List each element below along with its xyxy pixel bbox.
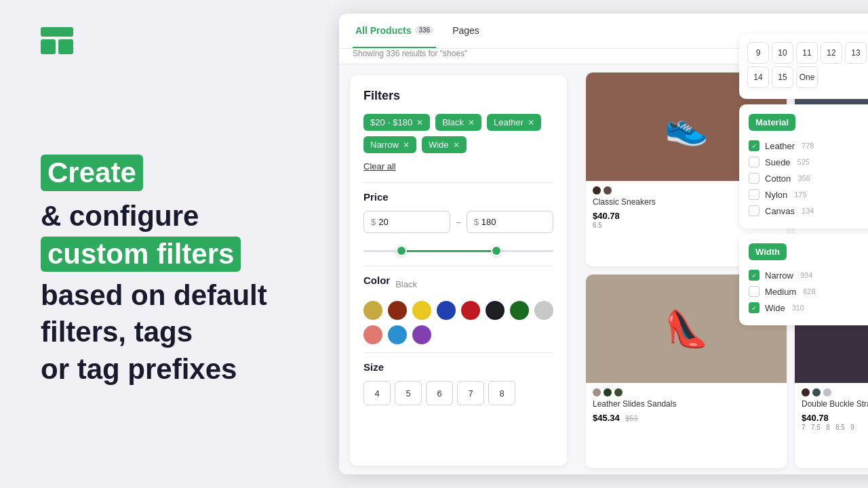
width-option-medium[interactable]: Medium 628: [749, 283, 868, 300]
color-swatch[interactable]: [363, 301, 382, 320]
checkbox-wide[interactable]: ✓: [749, 302, 760, 313]
logo-block: [41, 39, 56, 54]
product-swatches: [593, 388, 780, 396]
option-count: 934: [800, 271, 812, 279]
color-swatch[interactable]: [388, 301, 407, 320]
checkbox-nylon[interactable]: [749, 189, 760, 200]
filter-tag-label: $20 - $180: [370, 117, 412, 127]
close-icon[interactable]: ✕: [453, 140, 460, 150]
color-swatch[interactable]: [412, 301, 431, 320]
pagination-row: 9 10 11 12 13: [747, 42, 868, 64]
product-swatch[interactable]: [593, 388, 601, 396]
page-button[interactable]: 12: [821, 42, 842, 64]
range-thumb-right[interactable]: [491, 245, 502, 256]
price-max-input[interactable]: [481, 217, 546, 227]
color-swatch[interactable]: [510, 301, 529, 320]
filter-tag-leather[interactable]: Leather ✕: [487, 114, 541, 131]
price-min-wrap[interactable]: $: [363, 211, 450, 233]
material-option-suede[interactable]: Suede 525: [749, 154, 868, 170]
checkbox-cotton[interactable]: [749, 173, 760, 184]
product-price: $40.78: [802, 411, 868, 424]
color-header: Color Black: [363, 274, 553, 294]
color-swatch[interactable]: [388, 325, 407, 344]
checkbox-canvas[interactable]: [749, 205, 760, 216]
product-swatch[interactable]: [593, 186, 601, 195]
page-button[interactable]: 15: [772, 66, 793, 88]
tab-badge: 336: [415, 26, 433, 35]
hero-line2-wrap: custom filters: [41, 234, 298, 274]
price-max-wrap[interactable]: $: [467, 211, 553, 233]
price-value: $45.34: [593, 413, 620, 423]
color-swatch[interactable]: [461, 301, 480, 320]
filters-title: Filters: [363, 89, 553, 103]
logo: [41, 27, 73, 54]
logo-icon: [41, 27, 73, 54]
range-fill: [401, 250, 496, 252]
product-swatch[interactable]: [802, 388, 810, 396]
color-selected: Black: [395, 279, 417, 289]
checkbox-medium[interactable]: [749, 286, 760, 297]
color-swatch[interactable]: [363, 325, 382, 344]
page-button[interactable]: 14: [747, 66, 769, 88]
close-icon[interactable]: ✕: [468, 118, 475, 127]
tab-all-products[interactable]: All Products 336: [353, 14, 436, 48]
price-min-input[interactable]: [378, 217, 443, 227]
filter-tag-black[interactable]: Black ✕: [435, 114, 481, 131]
filter-tag-price[interactable]: $20 - $180 ✕: [363, 114, 430, 131]
product-swatch[interactable]: [614, 388, 623, 396]
filter-tags: $20 - $180 ✕ Black ✕ Leather ✕ Narrow ✕: [363, 114, 553, 153]
material-option-cotton[interactable]: Cotton 356: [749, 170, 868, 186]
page-button[interactable]: One: [796, 66, 818, 88]
product-info: Double Buckle Strap Sand... $40.78 7 7.5…: [795, 383, 868, 436]
material-option-nylon[interactable]: Nylon 175: [749, 186, 868, 203]
product-swatch[interactable]: [812, 388, 821, 396]
range-thumb-left[interactable]: [396, 245, 407, 256]
option-count: 778: [802, 142, 814, 150]
option-count: 134: [802, 207, 814, 215]
size-button[interactable]: 5: [395, 381, 422, 405]
left-panel: Create & configure custom filters based …: [0, 0, 326, 488]
size-button[interactable]: 8: [488, 381, 515, 405]
logo-block: [41, 27, 73, 37]
filter-tag-narrow[interactable]: Narrow ✕: [363, 136, 416, 153]
width-option-narrow[interactable]: ✓ Narrow 934: [749, 267, 868, 283]
page-button[interactable]: 13: [845, 42, 867, 64]
product-swatch[interactable]: [823, 388, 831, 396]
color-swatch[interactable]: [534, 301, 553, 320]
material-option-canvas[interactable]: Canvas 134: [749, 203, 868, 219]
product-swatch[interactable]: [604, 186, 612, 195]
width-option-wide[interactable]: ✓ Wide 310: [749, 300, 868, 316]
product-swatch[interactable]: [604, 388, 612, 396]
right-panel: All Products 336 Pages Showing 336 resul…: [326, 0, 868, 488]
clear-all-button[interactable]: Clear all: [363, 161, 553, 171]
size-button[interactable]: 7: [457, 381, 484, 405]
page-button[interactable]: 11: [796, 42, 818, 64]
filter-tag-wide[interactable]: Wide ✕: [422, 136, 467, 153]
color-swatch-selected[interactable]: [486, 301, 505, 320]
size-button[interactable]: 4: [363, 381, 391, 405]
price-label: Price: [363, 191, 553, 203]
price-range-slider[interactable]: [363, 244, 553, 258]
close-icon[interactable]: ✕: [528, 118, 534, 127]
checkbox-suede[interactable]: [749, 157, 760, 167]
close-icon[interactable]: ✕: [416, 118, 423, 127]
checkbox-leather[interactable]: ✓: [749, 140, 760, 151]
filters-panel: Filters $20 - $180 ✕ Black ✕ Leather ✕: [350, 75, 567, 466]
material-option-leather[interactable]: ✓ Leather 778: [749, 138, 868, 154]
page-button[interactable]: 10: [772, 42, 793, 64]
size-grid: 4 5 6 7 8: [363, 381, 553, 405]
product-name: Leather Slides Sandals: [593, 399, 780, 409]
price-inputs: $ – $: [363, 211, 553, 233]
color-swatch[interactable]: [412, 325, 431, 344]
tab-pages[interactable]: Pages: [450, 14, 482, 48]
product-swatches: [802, 388, 868, 396]
currency-symbol: $: [474, 217, 479, 227]
option-count: 356: [797, 174, 810, 182]
checkbox-narrow[interactable]: ✓: [749, 270, 760, 281]
color-swatch[interactable]: [437, 301, 456, 320]
close-icon[interactable]: ✕: [403, 140, 410, 150]
page-button[interactable]: 9: [747, 42, 769, 64]
hero-line2: custom filters: [41, 237, 241, 272]
size-button[interactable]: 6: [426, 381, 453, 405]
logo-block: [58, 39, 73, 54]
